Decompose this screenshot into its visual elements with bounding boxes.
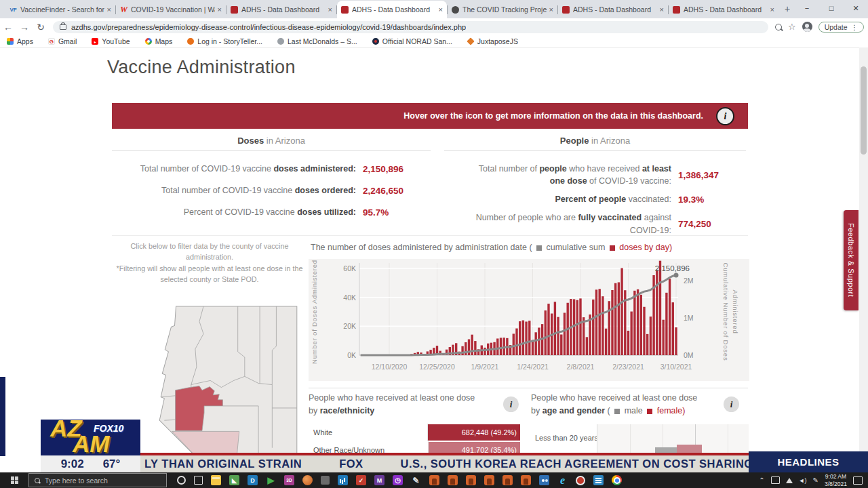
stat-row: Percent of people vaccinated:19.3% [444, 193, 746, 205]
hand-5-icon[interactable] [502, 475, 513, 485]
hand-2-icon[interactable] [448, 475, 458, 485]
update-button[interactable]: Update ⋮ [818, 22, 864, 33]
onedrive-green-icon[interactable]: ◣ [229, 475, 239, 485]
search-icon [35, 478, 40, 483]
tray-clock[interactable]: 9:02 AM 3/8/2021 [825, 473, 847, 487]
bookmark-label: YouTube [102, 37, 130, 45]
info-icon[interactable]: i [716, 107, 734, 125]
network-icon[interactable] [786, 478, 793, 483]
word-m-icon[interactable]: M [374, 475, 384, 485]
svg-text:40K: 40K [343, 293, 356, 302]
people-icon[interactable] [539, 475, 549, 485]
arizona-county-map[interactable] [155, 304, 300, 463]
tab-close-icon[interactable]: × [107, 5, 111, 14]
doses-panel: Doses in Arizona Total number of COVID-1… [112, 136, 431, 228]
browser-tab[interactable]: ADHS - Data Dashboard× [226, 1, 336, 18]
taskbar-search-input[interactable]: Type here to search [28, 473, 167, 487]
bookmark-item[interactable]: Apps [7, 37, 33, 45]
reload-icon[interactable]: ↻ [33, 22, 49, 33]
close-icon[interactable]: ✕ [844, 0, 868, 18]
age-gender-plot[interactable] [597, 424, 749, 455]
task-view-icon[interactable] [194, 476, 203, 485]
tab-close-icon[interactable]: × [218, 5, 222, 14]
page-scrollbar[interactable] [859, 47, 868, 472]
bookmark-star-icon[interactable]: ☆ [788, 22, 796, 31]
browser-tab[interactable]: The COVID Tracking Project | The× [448, 1, 557, 18]
browser-tab[interactable]: VFVaccineFinder - Search for COVID× [5, 1, 115, 18]
internet-explorer-icon[interactable]: e [557, 475, 568, 485]
browser-tab[interactable]: ADHS - Data Dashboard× [669, 1, 778, 18]
address-bar[interactable]: azdhs.gov/preparedness/epidemiology-dise… [53, 21, 768, 33]
race-row[interactable]: White682,448 (49.2%) [309, 424, 520, 441]
bookmark-item[interactable]: JuxtaposeJS [467, 37, 518, 45]
minimize-icon[interactable]: − [795, 0, 819, 18]
tab-close-icon[interactable]: × [439, 5, 443, 14]
race-bar[interactable]: 682,448 (49.2%) [428, 424, 520, 441]
scrollbar-thumb[interactable] [861, 66, 867, 155]
bookmark-item[interactable]: ▸YouTube [92, 37, 130, 45]
stat-label: Total number of COVID-19 vaccine doses a… [112, 163, 363, 175]
action-center-icon[interactable] [853, 476, 863, 485]
legend-swatch [610, 245, 615, 251]
tab-close-icon[interactable]: × [770, 5, 774, 14]
svg-text:2/23/2021: 2/23/2021 [612, 363, 644, 371]
pen-app-icon[interactable]: ✎ [411, 475, 421, 485]
bookmark-item[interactable]: Official NORAD San... [372, 37, 452, 45]
feedback-support-tab[interactable]: Feedback & Support [844, 210, 859, 310]
tab-close-icon[interactable]: × [549, 5, 553, 14]
back-icon[interactable]: ← [0, 22, 16, 33]
access-check-icon[interactable]: ✓ [356, 475, 366, 485]
browser-tab[interactable]: WCOVID-19 Vaccination | Walgree× [116, 1, 226, 18]
new-tab-button[interactable]: + [778, 0, 796, 18]
tab-close-icon[interactable]: × [328, 5, 332, 14]
legend-swatch [536, 245, 542, 251]
news-ticker: LY THAN ORIGINAL STRAINFOXU.S., SOUTH KO… [140, 453, 749, 472]
excel-chart-icon[interactable] [338, 475, 348, 485]
media-red-icon[interactable] [576, 476, 585, 485]
legend-swatch [614, 409, 620, 414]
hand-1-icon[interactable] [429, 475, 439, 485]
display-icon[interactable] [771, 476, 780, 484]
forward-icon[interactable]: → [16, 22, 33, 33]
stat-value: 2,246,650 [363, 186, 431, 196]
browser-tab[interactable]: ADHS - Data Dashboard× [558, 1, 668, 18]
stat-label: Percent of COVID-19 vaccine doses utiliz… [112, 206, 363, 218]
svg-text:20K: 20K [343, 322, 356, 330]
bookmark-item[interactable]: Log in - StoryTeller... [187, 37, 262, 45]
snip-icon[interactable] [321, 476, 330, 485]
profile-avatar[interactable] [802, 22, 812, 32]
notes-blue-icon[interactable] [593, 475, 604, 485]
peach-ball-icon[interactable] [302, 475, 313, 485]
doses-header: Doses in Arizona [112, 136, 431, 151]
tab-close-icon[interactable]: × [660, 5, 664, 14]
start-button[interactable] [0, 476, 28, 484]
bookmark-item[interactable]: Maps [145, 37, 173, 45]
zoom-icon[interactable] [775, 24, 782, 30]
chrome-icon[interactable] [612, 475, 622, 485]
clock-app-icon[interactable]: ◷ [393, 475, 403, 485]
volume-icon[interactable]: ◄) [799, 477, 807, 484]
ticker-segment: U.S., SOUTH KOREA REACH AGREEMENT ON COS… [401, 458, 749, 470]
pen-icon[interactable]: ✎ [813, 476, 818, 484]
info-icon[interactable]: i [503, 396, 519, 412]
file-explorer-icon[interactable] [211, 475, 221, 485]
docs-d-icon[interactable]: D [248, 475, 258, 485]
hand-4-icon[interactable] [484, 475, 494, 485]
maximize-icon[interactable]: □ [819, 0, 844, 18]
people-panel: People in Arizona Total number of people… [444, 136, 746, 243]
stat-value: 95.7% [363, 207, 431, 218]
bookmark-item[interactable]: GGmail [48, 37, 77, 45]
tray-expand-icon[interactable]: ⌃ [759, 476, 764, 484]
info-icon[interactable]: i [724, 396, 739, 412]
play-green-icon[interactable]: ▶ [266, 475, 276, 485]
doses-chart[interactable]: 2,150,8960K20K40K60K0M1M2M12/10/202012/2… [309, 259, 749, 381]
bookmark-item[interactable]: Last McDonalds – S... [277, 37, 357, 45]
right-axis-label-2: Administered [732, 289, 739, 333]
banner-text: Hover over the icon to get more informat… [403, 103, 703, 129]
stat-label: Percent of people vaccinated: [444, 193, 678, 205]
browser-tab[interactable]: ADHS - Data Dashboard× [337, 1, 447, 18]
3d-builder-icon[interactable]: 3D [284, 475, 294, 485]
cortana-icon[interactable] [177, 476, 186, 485]
hand-3-icon[interactable] [466, 475, 476, 485]
hand-6-icon[interactable] [521, 475, 531, 485]
